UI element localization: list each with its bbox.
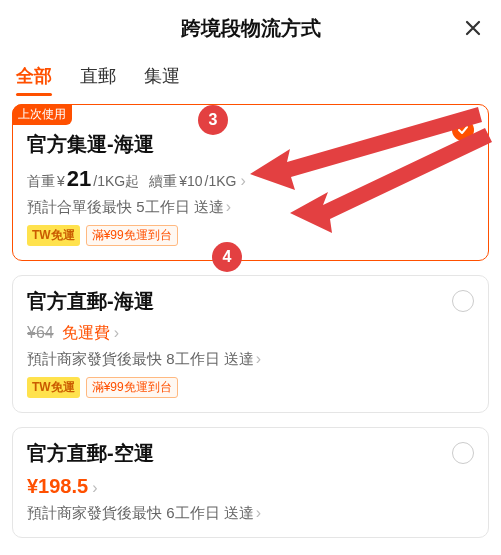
renew-price: ¥10 bbox=[179, 173, 202, 189]
shipping-option-card[interactable]: 上次使用 官方集運-海運 首重¥21/1KG起 續重¥10/1KG › 預計合單… bbox=[12, 104, 489, 261]
promo-badge: 滿¥99免運到台 bbox=[86, 225, 178, 246]
tabs: 全部 直郵 集運 bbox=[0, 56, 501, 96]
badges-row: TW免運 滿¥99免運到台 bbox=[27, 225, 474, 246]
chevron-right-icon: › bbox=[240, 172, 245, 190]
tw-free-badge: TW免運 bbox=[27, 377, 80, 398]
last-used-badge: 上次使用 bbox=[12, 104, 72, 125]
close-button[interactable] bbox=[459, 14, 487, 42]
option-title: 官方直郵-空運 bbox=[27, 440, 474, 467]
price-currency: ¥ bbox=[57, 173, 65, 189]
shipping-option-card[interactable]: 官方直郵-空運 ¥198.5 › 預計商家發貨後最快 6工作日 送達› bbox=[12, 427, 489, 538]
price-line[interactable]: ¥198.5 › bbox=[27, 475, 474, 498]
shipping-options-list: 上次使用 官方集運-海運 首重¥21/1KG起 續重¥10/1KG › 預計合單… bbox=[0, 96, 501, 538]
price-line[interactable]: 首重¥21/1KG起 續重¥10/1KG › bbox=[27, 166, 474, 192]
check-icon bbox=[456, 123, 470, 137]
chevron-right-icon: › bbox=[226, 198, 231, 215]
tab-all[interactable]: 全部 bbox=[16, 56, 52, 96]
chevron-right-icon: › bbox=[92, 479, 97, 497]
strike-price: ¥64 bbox=[27, 324, 54, 342]
renew-unit: /1KG bbox=[205, 173, 237, 189]
tab-direct[interactable]: 直郵 bbox=[80, 56, 116, 96]
renew-label: 續重 bbox=[149, 173, 177, 191]
radio-unselected[interactable] bbox=[452, 442, 474, 464]
badges-row: TW免運 滿¥99免運到台 bbox=[27, 377, 474, 398]
price-prefix: 首重 bbox=[27, 173, 55, 191]
close-icon bbox=[463, 18, 483, 38]
free-shipping-label: 免運費 bbox=[62, 323, 110, 344]
header: 跨境段物流方式 bbox=[0, 0, 501, 56]
price-main: ¥198.5 bbox=[27, 475, 88, 498]
tw-free-badge: TW免運 bbox=[27, 225, 80, 246]
price-unit: /1KG起 bbox=[93, 173, 139, 191]
delivery-estimate[interactable]: 預計合單後最快 5工作日 送達› bbox=[27, 198, 474, 217]
price-line[interactable]: ¥64 免運費 › bbox=[27, 323, 474, 344]
radio-selected[interactable] bbox=[452, 119, 474, 141]
chevron-right-icon: › bbox=[114, 324, 119, 342]
option-title: 官方集運-海運 bbox=[27, 131, 474, 158]
shipping-option-card[interactable]: 官方直郵-海運 ¥64 免運費 › 預計商家發貨後最快 8工作日 送達› TW免… bbox=[12, 275, 489, 413]
option-title: 官方直郵-海運 bbox=[27, 288, 474, 315]
tab-consolidate[interactable]: 集運 bbox=[144, 56, 180, 96]
page-title: 跨境段物流方式 bbox=[181, 15, 321, 42]
chevron-right-icon: › bbox=[256, 350, 261, 367]
price-main: 21 bbox=[67, 166, 91, 192]
delivery-estimate[interactable]: 預計商家發貨後最快 8工作日 送達› bbox=[27, 350, 474, 369]
chevron-right-icon: › bbox=[256, 504, 261, 521]
delivery-estimate[interactable]: 預計商家發貨後最快 6工作日 送達› bbox=[27, 504, 474, 523]
promo-badge: 滿¥99免運到台 bbox=[86, 377, 178, 398]
radio-unselected[interactable] bbox=[452, 290, 474, 312]
